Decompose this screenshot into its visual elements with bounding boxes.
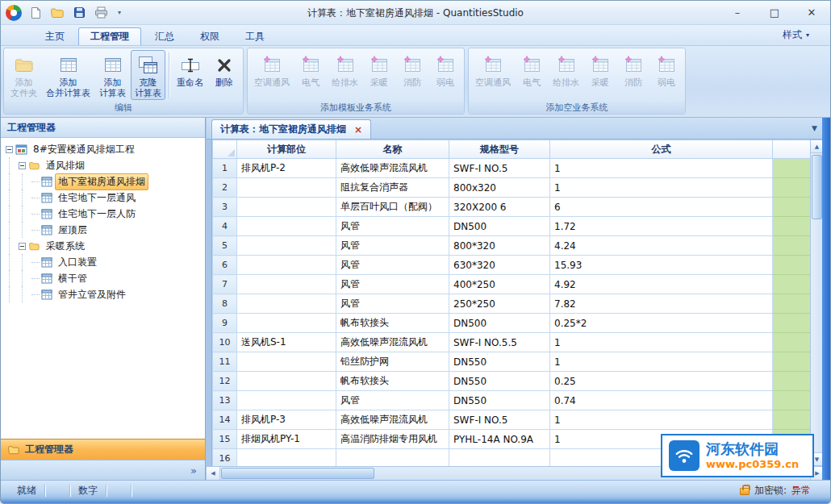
cell-formula[interactable]: 1 <box>550 178 773 198</box>
row-number[interactable]: 6 <box>213 256 237 275</box>
cell-name[interactable]: 高效低噪声混流风机 <box>336 410 449 430</box>
empty-hvac-button[interactable]: 空调通风 <box>471 50 515 100</box>
tree-item[interactable]: 横干管 <box>1 270 205 286</box>
cell-spec[interactable]: SWF-I NO.5.5 <box>449 333 550 352</box>
cell-extra[interactable] <box>773 198 811 217</box>
cell-spec[interactable]: SWF-I NO.5 <box>449 159 550 178</box>
tree-item[interactable]: 通风排烟 <box>1 157 205 173</box>
cell-name[interactable]: 风管 <box>336 391 449 410</box>
minimize-button[interactable]: – <box>719 2 756 24</box>
cell-part[interactable] <box>237 217 336 236</box>
cell-spec[interactable]: 320X200 6 <box>449 198 550 217</box>
row-number[interactable]: 4 <box>213 217 237 236</box>
cell-formula[interactable]: 1 <box>550 352 773 372</box>
cell-extra[interactable] <box>773 236 811 256</box>
cell-part[interactable] <box>237 178 336 198</box>
scroll-left-icon[interactable]: ◀ <box>207 467 220 480</box>
row-number[interactable]: 3 <box>213 198 237 217</box>
ribbon-tab-project-management[interactable]: 工程管理 <box>78 27 141 45</box>
row-number[interactable]: 14 <box>213 410 237 430</box>
cell-part[interactable] <box>237 372 336 391</box>
template-low-voltage-button[interactable]: 弱电 <box>429 50 461 100</box>
maximize-button[interactable]: □ <box>756 2 793 24</box>
open-icon[interactable] <box>49 5 65 21</box>
cell-formula[interactable]: 1 <box>550 159 773 178</box>
cell-spec[interactable]: DN550 <box>449 372 550 391</box>
cell-formula[interactable]: 0.25*2 <box>550 314 773 333</box>
ribbon-tab-summary[interactable]: 汇总 <box>143 27 186 45</box>
row-number[interactable]: 7 <box>213 275 237 294</box>
cell-formula[interactable]: 7.82 <box>550 294 773 314</box>
cell-name[interactable]: 风管 <box>336 275 449 294</box>
cell-part[interactable] <box>237 314 336 333</box>
cell-part[interactable] <box>237 198 336 217</box>
delete-button[interactable]: 删除 <box>208 50 240 100</box>
add-merged-sheet-button[interactable]: 添加 合并计算表 <box>42 50 94 100</box>
cell-spec[interactable]: 800*320 <box>449 236 550 256</box>
cell-name[interactable]: 风管 <box>336 236 449 256</box>
column-header[interactable]: 名称 <box>336 140 449 159</box>
tab-list-dropdown-icon[interactable]: ▼ <box>812 124 817 132</box>
cell-spec[interactable]: PYHL-14A NO.9A <box>449 430 550 449</box>
document-tab[interactable]: 计算表：地下室裙房通风排烟 × <box>211 119 371 139</box>
column-header[interactable] <box>773 140 811 159</box>
cell-name[interactable]: 高温消防排烟专用风机 <box>336 430 449 449</box>
cell-name[interactable]: 帆布软接头 <box>336 314 449 333</box>
cell-formula[interactable]: 6 <box>550 198 773 217</box>
cell-spec[interactable]: 630*320 <box>449 256 550 275</box>
cell-name[interactable]: 风管 <box>336 256 449 275</box>
tree-item[interactable]: 地下室裙房通风排烟 <box>1 173 205 190</box>
row-number[interactable]: 15 <box>213 430 237 449</box>
tree-item[interactable]: 8#安置楼通风排烟工程 <box>1 141 205 157</box>
tree-item[interactable]: 入口装置 <box>1 254 205 270</box>
cell-spec[interactable]: SWF-I NO.5 <box>449 410 550 430</box>
cell-part[interactable] <box>237 391 336 410</box>
empty-plumbing-button[interactable]: 给排水 <box>549 50 583 100</box>
cell-name[interactable]: 高效低噪声混流风机 <box>336 333 449 352</box>
new-document-icon[interactable] <box>27 5 44 21</box>
cell-part[interactable]: 排烟风机PY-1 <box>237 430 336 449</box>
cell-formula[interactable]: 1 <box>550 410 773 430</box>
add-sheet-button[interactable]: 添加 计算表 <box>95 50 130 100</box>
cell-part[interactable]: 排风机P-3 <box>237 410 336 430</box>
cell-extra[interactable] <box>773 410 811 430</box>
cell-extra[interactable] <box>773 333 811 352</box>
add-folder-button[interactable]: 添加 文件夹 <box>6 50 41 100</box>
cell-extra[interactable] <box>773 294 811 314</box>
cell-name[interactable] <box>336 449 449 467</box>
cell-extra[interactable] <box>773 275 811 294</box>
cell-extra[interactable] <box>773 391 811 410</box>
row-number[interactable]: 5 <box>213 236 237 256</box>
column-header[interactable]: 计算部位 <box>237 140 336 159</box>
tree-item[interactable]: 管井立管及附件 <box>1 286 205 302</box>
save-icon[interactable] <box>71 5 87 21</box>
cell-part[interactable] <box>237 236 336 256</box>
cell-part[interactable] <box>237 275 336 294</box>
cell-spec[interactable]: DN550 <box>449 391 550 410</box>
cell-spec[interactable] <box>449 449 550 467</box>
close-button[interactable]: ✕ <box>793 2 830 24</box>
cell-name[interactable]: 阻抗复合消声器 <box>336 178 449 198</box>
template-electrical-button[interactable]: 电气 <box>294 50 327 100</box>
cell-part[interactable] <box>237 256 336 275</box>
cell-part[interactable] <box>237 294 336 314</box>
tree-expander-icon[interactable] <box>19 162 26 169</box>
tree-item[interactable]: 屋顶层 <box>1 222 205 238</box>
vertical-scroll-thumb[interactable] <box>812 155 822 219</box>
cell-extra[interactable] <box>773 217 811 236</box>
cell-extra[interactable] <box>773 159 811 178</box>
row-number[interactable]: 2 <box>213 178 237 198</box>
template-plumbing-button[interactable]: 给排水 <box>328 50 362 100</box>
cell-extra[interactable] <box>773 372 811 391</box>
cell-name[interactable]: 帆布软接头 <box>336 372 449 391</box>
empty-heating-button[interactable]: 采暖 <box>584 50 616 100</box>
cell-formula[interactable]: 0.74 <box>550 391 773 410</box>
project-manager-pane-button[interactable]: 工程管理器 <box>1 439 205 460</box>
tree-expander-icon[interactable] <box>6 146 13 153</box>
cell-formula[interactable]: 4.24 <box>550 236 773 256</box>
cell-spec[interactable]: 250*250 <box>449 294 550 314</box>
cell-spec[interactable]: DN500 <box>449 217 550 236</box>
cell-spec[interactable]: 400*250 <box>449 275 550 294</box>
qat-customize-dropdown[interactable]: ▾ <box>115 9 124 16</box>
cell-name[interactable]: 风管 <box>336 294 449 314</box>
